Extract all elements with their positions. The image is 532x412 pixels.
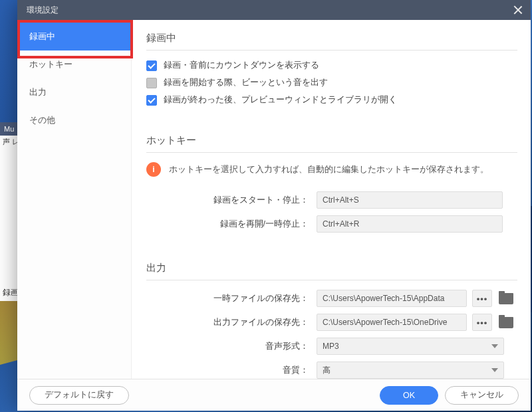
option-label: 録画を開始する際、ビーッという音を出す — [164, 77, 328, 88]
option-preview[interactable]: 録画が終わった後、プレビューウィンドとライブラリが開く — [146, 94, 517, 106]
content-pane: 録画中 録画・音前にカウントダウンを表示する 録画を開始する際、ビーッという音を… — [132, 20, 531, 379]
option-countdown[interactable]: 録画・音前にカウントダウンを表示する — [146, 60, 517, 71]
temp-path-row: 一時ファイルの保存先： C:\Users\ApowerTech-15\AppDa… — [146, 290, 517, 307]
section-title-hotkey: ホットキー — [146, 134, 517, 153]
close-icon[interactable] — [512, 4, 524, 16]
checkbox-icon[interactable] — [146, 95, 157, 106]
folder-icon[interactable] — [499, 293, 513, 304]
audio-format-value: MP3 — [323, 342, 339, 351]
dialog-footer: デフォルトに戻す OK キャンセル — [17, 379, 531, 411]
audio-quality-label: 音質： — [146, 365, 311, 376]
sidebar-item-label: 録画中 — [29, 31, 55, 41]
temp-path-label: 一時ファイルの保存先： — [146, 293, 311, 304]
sidebar-item-hotkey[interactable]: ホットキー — [17, 51, 131, 78]
section-title-output: 出力 — [146, 262, 517, 280]
browse-temp-button[interactable]: ••• — [472, 290, 492, 307]
output-path-label: 出力ファイルの保存先： — [146, 317, 311, 328]
hotkey-pause-field[interactable]: Ctrl+Alt+R — [317, 215, 503, 233]
checkbox-icon[interactable] — [146, 78, 157, 88]
temp-path-field[interactable]: C:\Users\ApowerTech-15\AppData — [317, 290, 467, 307]
hotkey-info-text: ホットキーを選択して入力すれば、自動的に編集したホットキーが保存されます。 — [169, 164, 489, 175]
ok-button[interactable]: OK — [380, 386, 438, 405]
option-label: 録画が終わった後、プレビューウィンドとライブラリが開く — [164, 94, 397, 106]
window-title: 環境設定 — [27, 5, 59, 16]
titlebar: 環境設定 — [17, 0, 531, 20]
dialog-body: 録画中 ホットキー 出力 その他 録画中 録画・音前にカウントダウンを表示する … — [17, 20, 531, 379]
sidebar-item-label: ホットキー — [29, 59, 72, 69]
audio-quality-value: 高 — [323, 365, 331, 376]
hotkey-pause-row: 録画を再開/一時停止： Ctrl+Alt+R — [146, 215, 517, 233]
sidebar-item-other[interactable]: その他 — [17, 106, 131, 134]
sidebar-item-label: その他 — [29, 115, 55, 125]
hotkey-info: i ホットキーを選択して入力すれば、自動的に編集したホットキーが保存されます。 — [146, 162, 517, 177]
output-path-field[interactable]: C:\Users\ApowerTech-15\OneDrive — [317, 314, 467, 331]
audio-quality-select[interactable]: 高 — [317, 361, 504, 379]
browse-output-button[interactable]: ••• — [472, 314, 492, 331]
reset-defaults-button[interactable]: デフォルトに戻す — [29, 386, 129, 405]
info-icon: i — [146, 162, 161, 177]
audio-quality-row: 音質： 高 — [146, 361, 517, 379]
hotkey-start-label: 録画をスタート・停止： — [146, 195, 311, 206]
option-label: 録画・音前にカウントダウンを表示する — [164, 60, 319, 71]
checkbox-icon[interactable] — [146, 60, 157, 71]
chevron-down-icon — [491, 368, 498, 372]
preferences-dialog: 環境設定 録画中 ホットキー 出力 その他 録画中 録画・音前にカウントダウンを… — [17, 0, 531, 411]
cancel-button[interactable]: キャンセル — [445, 386, 519, 405]
output-path-row: 出力ファイルの保存先： C:\Users\ApowerTech-15\OneDr… — [146, 314, 517, 331]
sidebar: 録画中 ホットキー 出力 その他 — [17, 20, 132, 379]
hotkey-pause-label: 録画を再開/一時停止： — [146, 219, 311, 230]
folder-icon[interactable] — [499, 317, 513, 328]
sidebar-item-recording[interactable]: 録画中 — [17, 23, 131, 51]
audio-format-select[interactable]: MP3 — [317, 338, 504, 355]
audio-format-label: 音声形式： — [146, 341, 311, 352]
chevron-down-icon — [491, 344, 498, 348]
sidebar-item-output[interactable]: 出力 — [17, 78, 131, 106]
section-title-recording: 録画中 — [146, 32, 517, 51]
hotkey-start-field[interactable]: Ctrl+Alt+S — [317, 191, 503, 209]
audio-format-row: 音声形式： MP3 — [146, 338, 517, 355]
hotkey-start-stop-row: 録画をスタート・停止： Ctrl+Alt+S — [146, 191, 517, 209]
option-beep[interactable]: 録画を開始する際、ビーッという音を出す — [146, 77, 517, 88]
sidebar-item-label: 出力 — [29, 87, 47, 97]
